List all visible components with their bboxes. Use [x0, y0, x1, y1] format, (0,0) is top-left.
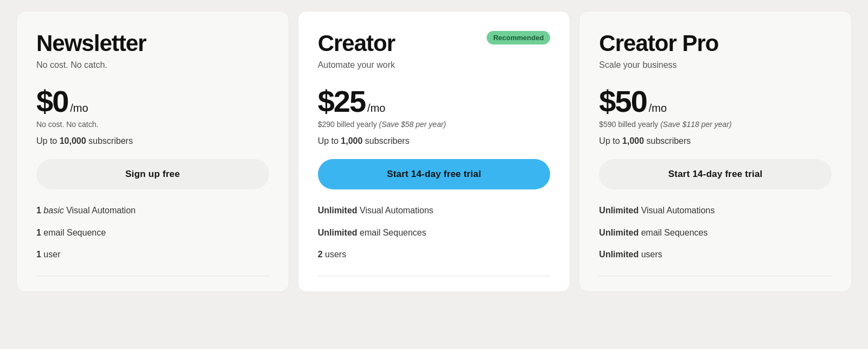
feature-item-newsletter-0: 1 basic Visual Automation — [36, 205, 269, 217]
price-period-creator-pro: /mo — [649, 102, 667, 115]
subscribers-row-newsletter: Up to 10,000 subscribers — [36, 136, 269, 146]
subscribers-row-creator-pro: Up to 1,000 subscribers — [599, 136, 832, 146]
price-row-creator-pro: $50/mo — [599, 86, 832, 117]
price-period-newsletter: /mo — [70, 102, 88, 115]
cta-button-newsletter[interactable]: Sign up free — [36, 159, 269, 189]
feature-item-creator-pro-0: Unlimited Visual Automations — [599, 205, 832, 217]
plan-header-creator-pro: Creator Pro — [599, 31, 832, 56]
price-amount-creator-pro: $50 — [599, 86, 646, 117]
divider-newsletter — [36, 276, 269, 276]
divider-creator-pro — [599, 276, 832, 276]
price-row-newsletter: $0/mo — [36, 86, 269, 117]
price-yearly-newsletter: No cost. No catch. — [36, 120, 269, 129]
price-amount-creator: $25 — [318, 86, 365, 117]
feature-item-newsletter-2: 1 user — [36, 249, 269, 261]
plan-name-newsletter: Newsletter — [36, 31, 146, 56]
plan-card-newsletter: NewsletterNo cost. No catch.$0/moNo cost… — [16, 11, 289, 292]
price-amount-newsletter: $0 — [36, 86, 68, 117]
feature-item-newsletter-1: 1 email Sequence — [36, 227, 269, 239]
feature-item-creator-0: Unlimited Visual Automations — [318, 205, 551, 217]
price-row-creator: $25/mo — [318, 86, 551, 117]
plan-subtitle-newsletter: No cost. No catch. — [36, 60, 269, 70]
feature-item-creator-pro-1: Unlimited email Sequences — [599, 227, 832, 239]
plan-header-newsletter: Newsletter — [36, 31, 269, 56]
divider-creator — [318, 276, 551, 276]
price-yearly-creator: $290 billed yearly (Save $58 per year) — [318, 120, 551, 129]
feature-item-creator-2: 2 users — [318, 249, 551, 261]
plan-subtitle-creator-pro: Scale your business — [599, 60, 832, 70]
plan-name-creator-pro: Creator Pro — [599, 31, 718, 56]
features-list-creator: Unlimited Visual AutomationsUnlimited em… — [318, 205, 551, 261]
pricing-container: NewsletterNo cost. No catch.$0/moNo cost… — [16, 11, 852, 292]
plan-card-creator-pro: Creator ProScale your business$50/mo$590… — [579, 11, 852, 292]
cta-button-creator-pro[interactable]: Start 14-day free trial — [599, 159, 832, 189]
plan-card-creator: CreatorRecommendedAutomate your work$25/… — [298, 11, 571, 292]
features-list-creator-pro: Unlimited Visual AutomationsUnlimited em… — [599, 205, 832, 261]
cta-button-creator[interactable]: Start 14-day free trial — [318, 159, 551, 189]
plan-subtitle-creator: Automate your work — [318, 60, 551, 70]
price-period-creator: /mo — [367, 102, 385, 115]
subscribers-row-creator: Up to 1,000 subscribers — [318, 136, 551, 146]
feature-item-creator-1: Unlimited email Sequences — [318, 227, 551, 239]
price-yearly-creator-pro: $590 billed yearly (Save $118 per year) — [599, 120, 832, 129]
feature-item-creator-pro-2: Unlimited users — [599, 249, 832, 261]
recommended-badge: Recommended — [487, 31, 550, 45]
features-list-newsletter: 1 basic Visual Automation1 email Sequenc… — [36, 205, 269, 261]
plan-header-creator: CreatorRecommended — [318, 31, 551, 56]
plan-name-creator: Creator — [318, 31, 395, 56]
